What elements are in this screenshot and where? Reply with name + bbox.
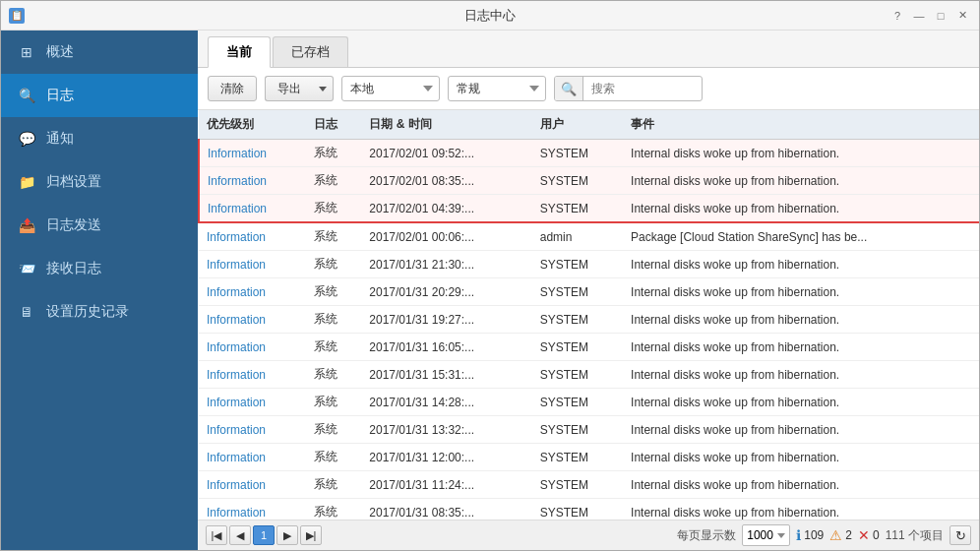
tab-bar: 当前 已存档 (198, 31, 979, 68)
perpage-select[interactable]: 100 500 1000 5000 (742, 524, 790, 546)
table-row[interactable]: Information系统2017/02/01 08:35:...SYSTEMI… (199, 167, 979, 195)
close-button[interactable]: ✕ (953, 7, 971, 25)
title-bar: 📋 日志中心 ? — □ ✕ (1, 1, 979, 31)
archive-icon: 📁 (17, 172, 36, 192)
notifications-icon: 💬 (17, 129, 36, 149)
table-row[interactable]: Information系统2017/02/01 09:52:...SYSTEMI… (199, 140, 979, 167)
right-panel: 当前 已存档 清除 导出 本地 远程 全部 常规 (198, 31, 979, 550)
export-group: 导出 (265, 76, 334, 101)
sidebar-item-logs[interactable]: 🔍 日志 (1, 74, 198, 117)
search-icon: 🔍 (555, 77, 583, 100)
table-row[interactable]: Information系统2017/01/31 16:05:...SYSTEMI… (199, 334, 979, 361)
sidebar-item-log-send[interactable]: 📤 日志发送 (1, 204, 198, 247)
search-box: 🔍 (554, 76, 703, 101)
sidebar: ⊞ 概述 🔍 日志 💬 通知 📁 归档设置 📤 日志发送 📨 接收日志 (1, 31, 198, 550)
sidebar-item-settings-history[interactable]: 🖥 设置历史记录 (1, 290, 198, 334)
col-header-priority: 优先级别 (199, 110, 306, 140)
info-count-value: 109 (804, 528, 824, 542)
overview-icon: ⊞ (17, 42, 36, 62)
level-select[interactable]: 常规 警告 错误 全部 (448, 76, 546, 101)
error-count-value: 0 (873, 528, 880, 542)
tab-current[interactable]: 当前 (208, 36, 271, 68)
settings-history-icon: 🖥 (17, 302, 36, 322)
main-content: ⊞ 概述 🔍 日志 💬 通知 📁 归档设置 📤 日志发送 📨 接收日志 (1, 31, 979, 550)
export-dropdown[interactable] (313, 76, 334, 101)
first-page-button[interactable]: |◀ (206, 525, 227, 545)
table-row[interactable]: Information系统2017/01/31 08:35:...SYSTEMI… (199, 499, 979, 520)
table-row[interactable]: Information系统2017/02/01 00:06:...adminPa… (199, 222, 979, 251)
sidebar-label-receive: 接收日志 (46, 260, 101, 277)
page-1-button[interactable]: 1 (253, 525, 275, 545)
location-select[interactable]: 本地 远程 全部 (341, 76, 440, 101)
status-bar: |◀ ◀ 1 ▶ ▶| 每页显示数 100 500 1000 5000 ℹ 10… (198, 520, 979, 550)
tab-archived[interactable]: 已存档 (273, 36, 348, 67)
toolbar: 清除 导出 本地 远程 全部 常规 警告 错误 全部 (198, 68, 979, 110)
log-table-wrapper: 优先级别 日志 日期 & 时间 用户 事件 Information系统2017/… (198, 110, 979, 520)
col-header-log: 日志 (306, 110, 362, 140)
info-count: ℹ 109 (796, 527, 824, 543)
table-row[interactable]: Information系统2017/01/31 15:31:...SYSTEMI… (199, 361, 979, 389)
title-bar-left: 📋 (9, 8, 25, 24)
clear-button[interactable]: 清除 (208, 76, 257, 101)
sidebar-item-archive-settings[interactable]: 📁 归档设置 (1, 160, 198, 204)
help-button[interactable]: ? (888, 7, 906, 25)
table-row[interactable]: Information系统2017/01/31 14:28:...SYSTEMI… (199, 389, 979, 416)
table-row[interactable]: Information系统2017/01/31 19:27:...SYSTEMI… (199, 306, 979, 334)
sidebar-item-receive-logs[interactable]: 📨 接收日志 (1, 247, 198, 290)
prev-page-button[interactable]: ◀ (229, 525, 251, 545)
table-row[interactable]: Information系统2017/01/31 11:24:...SYSTEMI… (199, 471, 979, 499)
pagination: |◀ ◀ 1 ▶ ▶| (206, 525, 322, 545)
table-row[interactable]: Information系统2017/01/31 21:30:...SYSTEMI… (199, 251, 979, 278)
warn-icon: ⚠ (829, 527, 842, 543)
table-row[interactable]: Information系统2017/01/31 20:29:...SYSTEMI… (199, 278, 979, 306)
warn-count-value: 2 (845, 528, 852, 542)
window-controls: ? — □ ✕ (888, 7, 971, 25)
minimize-button[interactable]: — (910, 7, 928, 25)
table-header-row: 优先级别 日志 日期 & 时间 用户 事件 (199, 110, 979, 140)
search-input[interactable] (583, 82, 702, 95)
export-button[interactable]: 导出 (265, 76, 313, 101)
receive-icon: 📨 (17, 259, 36, 278)
log-table: 优先级别 日志 日期 & 时间 用户 事件 Information系统2017/… (198, 110, 979, 520)
table-row[interactable]: Information系统2017/02/01 04:39:...SYSTEMI… (199, 195, 979, 223)
sidebar-item-notifications[interactable]: 💬 通知 (1, 117, 198, 160)
total-label: 111 个项目 (886, 527, 944, 544)
table-row[interactable]: Information系统2017/01/31 13:32:...SYSTEMI… (199, 416, 979, 444)
info-icon: ℹ (796, 527, 801, 543)
sidebar-label-notifications: 通知 (46, 130, 74, 148)
error-icon: ✕ (858, 527, 870, 543)
perpage-label: 每页显示数 (677, 527, 736, 544)
app-window: 📋 日志中心 ? — □ ✕ ⊞ 概述 🔍 日志 💬 通知 (0, 0, 980, 551)
table-row[interactable]: Information系统2017/01/31 12:00:...SYSTEMI… (199, 444, 979, 471)
col-header-datetime: 日期 & 时间 (361, 110, 531, 140)
refresh-button[interactable]: ↻ (949, 525, 971, 545)
col-header-event: 事件 (623, 110, 979, 140)
sidebar-label-log-send: 日志发送 (46, 216, 101, 234)
logs-icon: 🔍 (17, 86, 36, 105)
sidebar-item-overview[interactable]: ⊞ 概述 (1, 31, 198, 74)
maximize-button[interactable]: □ (932, 7, 949, 25)
sidebar-label-archive: 归档设置 (46, 173, 101, 191)
sidebar-label-settings-history: 设置历史记录 (46, 303, 129, 321)
app-icon: 📋 (9, 8, 25, 24)
warn-count: ⚠ 2 (829, 527, 852, 543)
log-send-icon: 📤 (17, 215, 36, 235)
col-header-user: 用户 (532, 110, 623, 140)
last-page-button[interactable]: ▶| (300, 525, 322, 545)
next-page-button[interactable]: ▶ (276, 525, 298, 545)
sidebar-label-overview: 概述 (46, 43, 74, 61)
window-title: 日志中心 (464, 7, 516, 25)
error-count: ✕ 0 (858, 527, 880, 543)
sidebar-label-logs: 日志 (46, 87, 74, 104)
